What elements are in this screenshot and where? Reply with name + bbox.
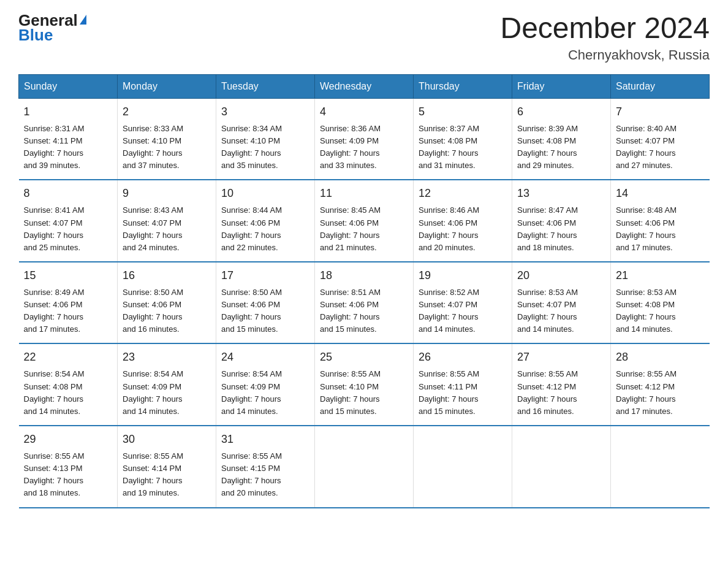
table-row: 22 Sunrise: 8:54 AM Sunset: 4:08 PM Dayl… [19,343,118,426]
table-row: 20 Sunrise: 8:53 AM Sunset: 4:07 PM Dayl… [512,262,611,344]
table-row: 15 Sunrise: 8:49 AM Sunset: 4:06 PM Dayl… [19,262,118,344]
calendar-week-row: 15 Sunrise: 8:49 AM Sunset: 4:06 PM Dayl… [19,262,710,344]
table-row: 5 Sunrise: 8:37 AM Sunset: 4:08 PM Dayli… [414,98,512,180]
calendar-week-row: 22 Sunrise: 8:54 AM Sunset: 4:08 PM Dayl… [19,343,710,426]
calendar-table: Sunday Monday Tuesday Wednesday Thursday… [18,74,710,508]
day-info: Sunrise: 8:37 AM Sunset: 4:08 PM Dayligh… [419,123,507,172]
table-row: 29 Sunrise: 8:55 AM Sunset: 4:13 PM Dayl… [19,426,118,508]
col-tuesday: Tuesday [216,74,315,98]
table-row: 23 Sunrise: 8:54 AM Sunset: 4:09 PM Dayl… [118,343,216,426]
day-info: Sunrise: 8:43 AM Sunset: 4:07 PM Dayligh… [123,204,211,254]
day-number: 3 [221,104,309,120]
day-info: Sunrise: 8:55 AM Sunset: 4:15 PM Dayligh… [221,450,309,500]
day-number: 25 [320,349,408,366]
day-number: 13 [517,185,605,202]
day-info: Sunrise: 8:52 AM Sunset: 4:07 PM Dayligh… [419,286,507,336]
day-number: 22 [24,349,113,366]
day-number: 21 [616,267,705,284]
col-thursday: Thursday [414,74,512,98]
day-info: Sunrise: 8:55 AM Sunset: 4:11 PM Dayligh… [419,368,507,418]
day-info: Sunrise: 8:40 AM Sunset: 4:07 PM Dayligh… [616,123,705,172]
table-row: 24 Sunrise: 8:54 AM Sunset: 4:09 PM Dayl… [216,343,315,426]
day-number: 7 [616,104,705,120]
day-number: 30 [123,431,211,448]
day-info: Sunrise: 8:55 AM Sunset: 4:13 PM Dayligh… [24,450,113,500]
day-info: Sunrise: 8:54 AM Sunset: 4:08 PM Dayligh… [24,368,113,418]
day-number: 19 [419,267,507,284]
col-wednesday: Wednesday [315,74,414,98]
table-row: 31 Sunrise: 8:55 AM Sunset: 4:15 PM Dayl… [216,426,315,508]
day-info: Sunrise: 8:50 AM Sunset: 4:06 PM Dayligh… [221,286,309,336]
table-row: 12 Sunrise: 8:46 AM Sunset: 4:06 PM Dayl… [414,180,512,262]
day-number: 8 [24,185,113,202]
day-number: 31 [221,431,309,448]
day-info: Sunrise: 8:55 AM Sunset: 4:14 PM Dayligh… [123,450,211,500]
logo-blue: Blue [18,27,53,43]
day-info: Sunrise: 8:55 AM Sunset: 4:10 PM Dayligh… [320,368,408,418]
day-number: 9 [123,185,211,202]
table-row [611,426,710,508]
page-title: December 2024 [500,12,710,45]
day-number: 6 [517,104,605,120]
day-info: Sunrise: 8:53 AM Sunset: 4:07 PM Dayligh… [517,286,605,336]
day-info: Sunrise: 8:47 AM Sunset: 4:06 PM Dayligh… [517,204,605,254]
day-number: 18 [320,267,408,284]
day-number: 2 [123,104,211,120]
day-number: 14 [616,185,705,202]
col-sunday: Sunday [19,74,118,98]
day-info: Sunrise: 8:50 AM Sunset: 4:06 PM Dayligh… [123,286,211,336]
page-subtitle: Chernyakhovsk, Russia [500,47,710,63]
table-row: 7 Sunrise: 8:40 AM Sunset: 4:07 PM Dayli… [611,98,710,180]
day-number: 27 [517,349,605,366]
table-row [512,426,611,508]
day-info: Sunrise: 8:53 AM Sunset: 4:08 PM Dayligh… [616,286,705,336]
table-row: 10 Sunrise: 8:44 AM Sunset: 4:06 PM Dayl… [216,180,315,262]
day-number: 20 [517,267,605,284]
day-number: 5 [419,104,507,120]
table-row: 4 Sunrise: 8:36 AM Sunset: 4:09 PM Dayli… [315,98,414,180]
table-row: 11 Sunrise: 8:45 AM Sunset: 4:06 PM Dayl… [315,180,414,262]
table-row: 6 Sunrise: 8:39 AM Sunset: 4:08 PM Dayli… [512,98,611,180]
day-number: 12 [419,185,507,202]
day-number: 10 [221,185,309,202]
logo-triangle-icon [80,15,86,25]
day-info: Sunrise: 8:41 AM Sunset: 4:07 PM Dayligh… [24,204,113,254]
day-info: Sunrise: 8:39 AM Sunset: 4:08 PM Dayligh… [517,123,605,172]
day-info: Sunrise: 8:55 AM Sunset: 4:12 PM Dayligh… [517,368,605,418]
calendar-week-row: 29 Sunrise: 8:55 AM Sunset: 4:13 PM Dayl… [19,426,710,508]
day-number: 1 [24,104,113,120]
day-info: Sunrise: 8:55 AM Sunset: 4:12 PM Dayligh… [616,368,705,418]
table-row: 17 Sunrise: 8:50 AM Sunset: 4:06 PM Dayl… [216,262,315,344]
col-monday: Monday [118,74,216,98]
calendar-header-row: Sunday Monday Tuesday Wednesday Thursday… [19,74,710,98]
table-row: 8 Sunrise: 8:41 AM Sunset: 4:07 PM Dayli… [19,180,118,262]
day-info: Sunrise: 8:44 AM Sunset: 4:06 PM Dayligh… [221,204,309,254]
table-row: 2 Sunrise: 8:33 AM Sunset: 4:10 PM Dayli… [118,98,216,180]
day-number: 29 [24,431,113,448]
day-info: Sunrise: 8:54 AM Sunset: 4:09 PM Dayligh… [123,368,211,418]
table-row: 3 Sunrise: 8:34 AM Sunset: 4:10 PM Dayli… [216,98,315,180]
day-number: 16 [123,267,211,284]
table-row: 16 Sunrise: 8:50 AM Sunset: 4:06 PM Dayl… [118,262,216,344]
calendar-week-row: 8 Sunrise: 8:41 AM Sunset: 4:07 PM Dayli… [19,180,710,262]
day-info: Sunrise: 8:36 AM Sunset: 4:09 PM Dayligh… [320,123,408,172]
day-info: Sunrise: 8:33 AM Sunset: 4:10 PM Dayligh… [123,123,211,172]
day-info: Sunrise: 8:46 AM Sunset: 4:06 PM Dayligh… [419,204,507,254]
table-row [315,426,414,508]
day-info: Sunrise: 8:34 AM Sunset: 4:10 PM Dayligh… [221,123,309,172]
day-number: 4 [320,104,408,120]
table-row: 18 Sunrise: 8:51 AM Sunset: 4:06 PM Dayl… [315,262,414,344]
day-info: Sunrise: 8:45 AM Sunset: 4:06 PM Dayligh… [320,204,408,254]
day-number: 28 [616,349,705,366]
day-info: Sunrise: 8:31 AM Sunset: 4:11 PM Dayligh… [24,123,113,172]
table-row: 25 Sunrise: 8:55 AM Sunset: 4:10 PM Dayl… [315,343,414,426]
table-row: 27 Sunrise: 8:55 AM Sunset: 4:12 PM Dayl… [512,343,611,426]
day-info: Sunrise: 8:48 AM Sunset: 4:06 PM Dayligh… [616,204,705,254]
day-number: 26 [419,349,507,366]
table-row: 13 Sunrise: 8:47 AM Sunset: 4:06 PM Dayl… [512,180,611,262]
table-row: 19 Sunrise: 8:52 AM Sunset: 4:07 PM Dayl… [414,262,512,344]
table-row: 9 Sunrise: 8:43 AM Sunset: 4:07 PM Dayli… [118,180,216,262]
col-saturday: Saturday [611,74,710,98]
day-info: Sunrise: 8:49 AM Sunset: 4:06 PM Dayligh… [24,286,113,336]
table-row: 1 Sunrise: 8:31 AM Sunset: 4:11 PM Dayli… [19,98,118,180]
